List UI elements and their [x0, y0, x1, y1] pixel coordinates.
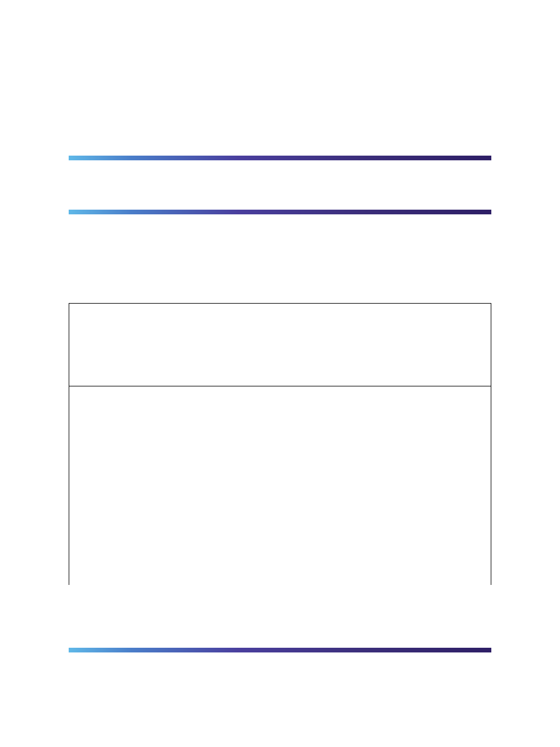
- box-horizontal-divider: [69, 386, 491, 386]
- gradient-divider-2: [69, 210, 491, 214]
- content-box: [69, 303, 491, 585]
- gradient-divider-3: [69, 648, 491, 652]
- gradient-divider-1: [69, 156, 491, 160]
